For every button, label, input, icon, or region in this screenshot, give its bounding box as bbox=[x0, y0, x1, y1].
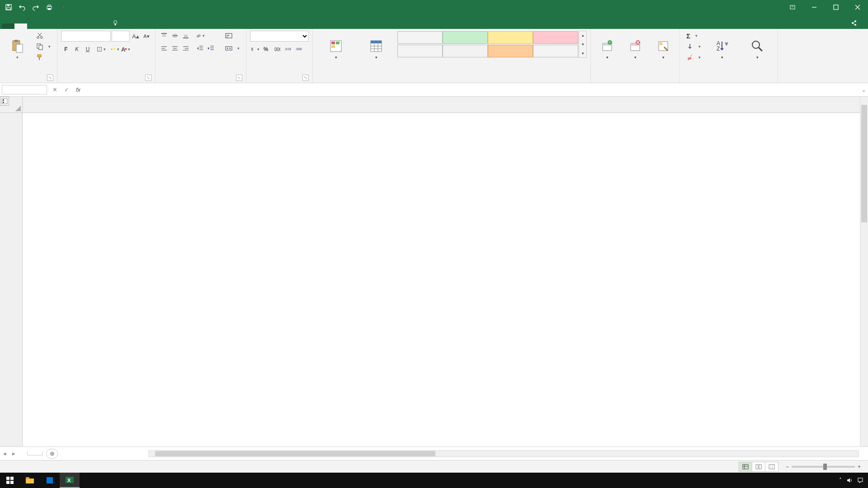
close-icon[interactable] bbox=[847, 0, 868, 14]
style-gut[interactable] bbox=[443, 31, 488, 44]
undo-icon[interactable] bbox=[16, 1, 28, 13]
taskbar-app-icon[interactable] bbox=[40, 473, 60, 488]
taskbar-explorer-icon[interactable] bbox=[20, 473, 40, 488]
start-button[interactable] bbox=[0, 473, 20, 488]
share-button[interactable] bbox=[844, 17, 866, 29]
quickprint-icon[interactable] bbox=[43, 1, 55, 13]
style-berechnung[interactable] bbox=[443, 45, 488, 57]
hscroll-thumb[interactable] bbox=[155, 451, 435, 456]
borders-icon[interactable] bbox=[96, 44, 106, 54]
tab-start[interactable] bbox=[14, 23, 27, 29]
clipboard-launcher-icon[interactable]: ⤡ bbox=[47, 75, 53, 81]
alignment-launcher-icon[interactable]: ⤡ bbox=[236, 75, 242, 81]
tray-volume-icon[interactable] bbox=[846, 477, 853, 483]
sheet-nav-next-icon[interactable]: ▸ bbox=[9, 450, 18, 457]
align-center-icon[interactable] bbox=[170, 43, 180, 53]
format-painter-button[interactable] bbox=[33, 52, 53, 62]
increase-decimal-icon[interactable]: .0.00 bbox=[283, 44, 292, 54]
underline-button[interactable]: U bbox=[83, 44, 93, 54]
save-icon[interactable] bbox=[3, 1, 14, 13]
style-eingabe[interactable] bbox=[488, 45, 533, 57]
accounting-format-icon[interactable]: $ bbox=[250, 44, 260, 54]
align-left-icon[interactable] bbox=[159, 43, 169, 53]
horizontal-scrollbar[interactable] bbox=[148, 450, 859, 457]
maximize-icon[interactable] bbox=[826, 0, 846, 14]
copy-button[interactable] bbox=[33, 42, 53, 52]
decrease-font-icon[interactable]: A▾ bbox=[142, 31, 151, 41]
fx-icon[interactable]: fx bbox=[72, 86, 84, 93]
sheet-nav-prev-icon[interactable]: ◂ bbox=[0, 450, 9, 457]
increase-font-icon[interactable]: A▴ bbox=[131, 31, 141, 41]
tab-ansicht[interactable] bbox=[90, 23, 103, 29]
tray-notifications-icon[interactable] bbox=[857, 477, 863, 483]
sort-filter-button[interactable]: AZ▾ bbox=[706, 31, 738, 68]
autofill-options-icon[interactable] bbox=[0, 97, 9, 106]
tray-chevron-icon[interactable]: ˄ bbox=[839, 477, 842, 483]
fill-color-icon[interactable] bbox=[110, 44, 120, 54]
find-select-button[interactable]: ▾ bbox=[741, 31, 774, 68]
style-ausgabe[interactable] bbox=[397, 45, 443, 57]
tab-formeln[interactable] bbox=[52, 23, 65, 29]
view-normal-icon[interactable] bbox=[739, 462, 752, 472]
zoom-in-button[interactable]: + bbox=[858, 464, 861, 470]
wrap-text-button[interactable]: abc bbox=[222, 31, 242, 41]
cell-styles-gallery[interactable] bbox=[397, 31, 578, 58]
tab-seitenlayout[interactable] bbox=[40, 23, 52, 29]
taskbar-excel-icon[interactable]: X bbox=[60, 473, 80, 488]
decrease-indent-icon[interactable] bbox=[195, 43, 205, 53]
styles-scroll-up-icon[interactable]: ▴ bbox=[579, 31, 586, 39]
new-sheet-button[interactable]: ⊕ bbox=[46, 449, 58, 459]
vertical-scrollbar[interactable] bbox=[860, 97, 868, 446]
italic-button[interactable]: K bbox=[72, 44, 82, 54]
cancel-formula-icon[interactable]: ✕ bbox=[49, 86, 61, 93]
tab-datei[interactable] bbox=[2, 23, 14, 29]
styles-more-icon[interactable]: ▾ bbox=[579, 49, 586, 57]
style-schlecht[interactable] bbox=[533, 31, 578, 44]
zoom-slider[interactable] bbox=[792, 466, 855, 468]
style-erklaerender[interactable] bbox=[533, 45, 578, 57]
enter-formula-icon[interactable]: ✓ bbox=[61, 86, 72, 93]
row-headers[interactable] bbox=[0, 113, 23, 446]
view-pagebreak-icon[interactable] bbox=[765, 462, 778, 472]
align-top-icon[interactable] bbox=[159, 31, 169, 41]
tell-me-search[interactable] bbox=[108, 17, 126, 29]
font-name-input[interactable] bbox=[61, 31, 111, 42]
insert-cells-button[interactable]: +▾ bbox=[594, 31, 620, 68]
format-as-table-button[interactable]: ▾ bbox=[358, 31, 394, 68]
view-pagelayout-icon[interactable] bbox=[752, 462, 765, 472]
style-standard[interactable] bbox=[397, 31, 443, 44]
percent-format-icon[interactable]: % bbox=[261, 44, 271, 54]
cut-button[interactable] bbox=[33, 31, 53, 41]
formula-input[interactable] bbox=[84, 89, 859, 91]
fill-button[interactable] bbox=[684, 42, 703, 52]
styles-scroll-down-icon[interactable]: ▾ bbox=[579, 40, 586, 48]
redo-icon[interactable] bbox=[30, 1, 42, 13]
expand-formula-bar-icon[interactable]: ⌄ bbox=[859, 86, 868, 93]
align-right-icon[interactable] bbox=[181, 43, 191, 53]
cells-area[interactable] bbox=[23, 113, 860, 446]
align-middle-icon[interactable] bbox=[170, 31, 180, 41]
vscroll-thumb[interactable] bbox=[861, 105, 867, 222]
decrease-decimal-icon[interactable]: .00.0 bbox=[293, 44, 303, 54]
minimize-icon[interactable] bbox=[804, 0, 825, 14]
number-format-select[interactable] bbox=[250, 31, 309, 42]
bold-button[interactable]: F bbox=[61, 44, 71, 54]
align-bottom-icon[interactable] bbox=[181, 31, 191, 41]
conditional-formatting-button[interactable]: ▾ bbox=[316, 31, 355, 68]
font-launcher-icon[interactable]: ⤡ bbox=[145, 75, 151, 81]
ribbon-display-icon[interactable] bbox=[782, 0, 803, 14]
tab-daten[interactable] bbox=[65, 23, 78, 29]
orientation-icon[interactable]: ab bbox=[195, 31, 205, 41]
delete-cells-button[interactable]: ▾ bbox=[623, 31, 648, 68]
font-size-input[interactable] bbox=[112, 31, 130, 42]
increase-indent-icon[interactable] bbox=[206, 43, 216, 53]
name-box[interactable] bbox=[2, 85, 47, 94]
comma-format-icon[interactable]: 000 bbox=[272, 44, 282, 54]
number-launcher-icon[interactable]: ⤡ bbox=[302, 75, 309, 81]
tab-ueberpruefen[interactable] bbox=[78, 23, 90, 29]
autosum-button[interactable]: Σ bbox=[684, 31, 703, 41]
tab-einfuegen[interactable] bbox=[27, 23, 40, 29]
column-headers[interactable] bbox=[23, 97, 860, 113]
system-tray[interactable]: ˄ bbox=[835, 477, 868, 483]
format-cells-button[interactable]: ▾ bbox=[651, 31, 676, 68]
